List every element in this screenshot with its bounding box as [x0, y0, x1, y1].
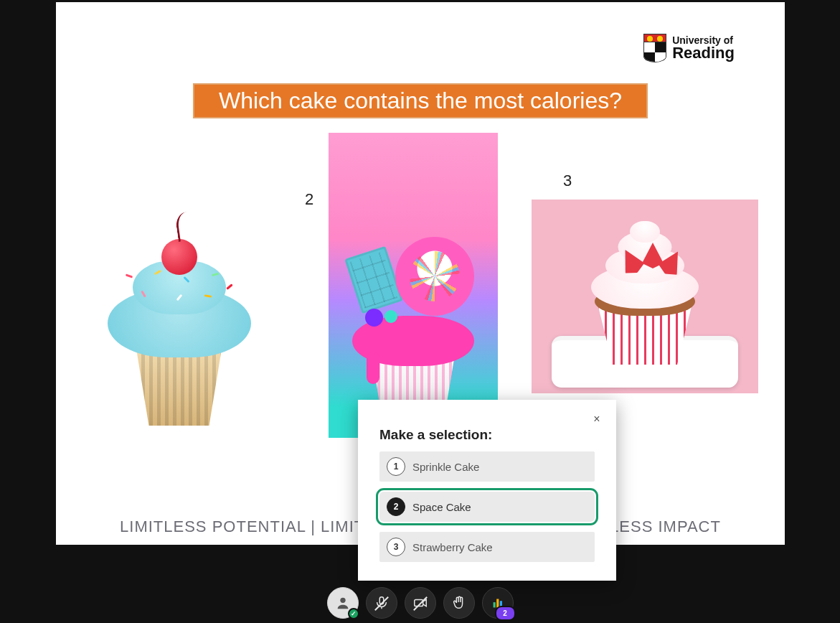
session-controls: ✓ 2	[327, 587, 514, 619]
svg-rect-1	[379, 597, 384, 604]
poll-option-label: Sprinkle Cake	[412, 461, 479, 473]
poll-prompt: Make a selection:	[358, 400, 616, 451]
cupcake-image-1	[73, 164, 285, 433]
close-button[interactable]: ×	[590, 413, 603, 426]
poll-popup: × Make a selection: 1 Sprinkle Cake 2 Sp…	[358, 400, 616, 581]
profile-status-button[interactable]: ✓	[327, 587, 359, 619]
engagement-poll-button[interactable]: 2	[482, 587, 514, 619]
svg-rect-2	[414, 599, 423, 606]
poll-option-1[interactable]: 1 Sprinkle Cake	[379, 451, 595, 482]
slide-title: Which cake contains the most calories?	[193, 83, 648, 118]
cupcake-image-2	[329, 133, 498, 438]
svg-point-0	[340, 598, 345, 603]
option-number-3: 3	[563, 172, 572, 190]
microphone-toggle-button[interactable]	[366, 587, 397, 619]
poll-options: 1 Sprinkle Cake 2 Space Cake 3 Strawberr…	[358, 451, 616, 562]
status-ok-icon: ✓	[348, 608, 359, 619]
raise-hand-icon	[451, 595, 467, 611]
poll-option-3[interactable]: 3 Strawberry Cake	[379, 532, 595, 562]
logo-line2: Reading	[672, 45, 735, 61]
camera-toggle-button[interactable]	[405, 587, 436, 619]
option-number-2: 2	[305, 190, 313, 209]
poll-option-2[interactable]: 2 Space Cake	[379, 492, 595, 522]
poll-option-label: Strawberry Cake	[412, 541, 493, 553]
poll-option-number: 1	[387, 457, 405, 476]
university-logo: University of Reading	[643, 34, 735, 62]
svg-rect-3	[493, 602, 495, 607]
cupcake-image-3	[532, 200, 758, 393]
shield-icon	[643, 34, 666, 62]
camera-icon	[412, 595, 428, 611]
poll-option-number: 3	[387, 538, 405, 556]
poll-option-label: Space Cake	[412, 501, 471, 513]
person-icon	[335, 595, 351, 611]
poll-option-number: 2	[387, 497, 405, 516]
microphone-icon	[374, 595, 390, 611]
notification-badge: 2	[495, 606, 516, 621]
raise-hand-button[interactable]	[443, 587, 475, 619]
